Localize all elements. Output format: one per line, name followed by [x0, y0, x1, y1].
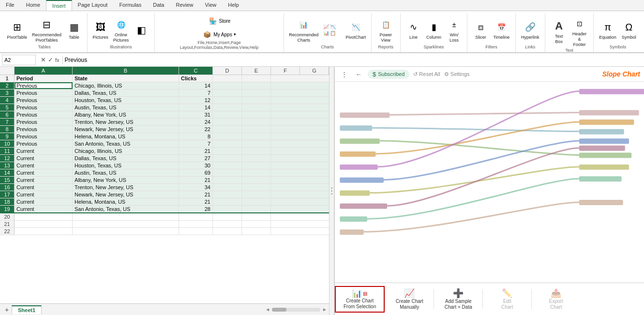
cell-2e[interactable]: [242, 82, 271, 89]
header-footer-button[interactable]: ⊡ Header& Footer: [569, 15, 589, 48]
scroll-right-arrow[interactable]: ►: [322, 307, 327, 312]
cell-21b[interactable]: [73, 221, 179, 227]
settings-button[interactable]: ⚙ Settings: [444, 71, 470, 77]
cell-11c[interactable]: 21: [179, 148, 213, 154]
cell-5a[interactable]: Previous: [15, 104, 73, 111]
cell-4e[interactable]: [242, 97, 271, 104]
cell-16c[interactable]: 34: [179, 184, 213, 191]
add-sample-chart-button[interactable]: ➕ Add SampleChart + Data: [434, 285, 482, 313]
pictures-button[interactable]: 🖼 Pictures: [90, 18, 110, 41]
cancel-formula-icon[interactable]: ✕: [41, 56, 46, 63]
tab-help[interactable]: Help: [222, 0, 245, 11]
cell-1c[interactable]: Clicks: [179, 75, 213, 82]
panel-menu-button[interactable]: ⋮: [339, 69, 349, 79]
cell-1b[interactable]: State: [73, 75, 179, 82]
col-header-d[interactable]: D: [213, 67, 242, 75]
cell-2d[interactable]: [213, 82, 242, 89]
cell-9a[interactable]: Previous: [15, 133, 73, 140]
cell-3a[interactable]: Previous: [15, 90, 73, 96]
cell-2c[interactable]: 14: [179, 82, 213, 89]
symbol-button[interactable]: Ω Symbol: [619, 18, 639, 41]
col-header-g[interactable]: G: [300, 67, 329, 75]
power-view-button[interactable]: 📋 PowerView: [376, 16, 395, 44]
cell-3e[interactable]: [242, 90, 271, 96]
col-header-c[interactable]: C: [179, 67, 213, 75]
cell-18b[interactable]: Helena, Montana, US: [73, 198, 179, 205]
cell-20a[interactable]: [15, 213, 73, 220]
cell-4b[interactable]: Houston, Texas, US: [73, 97, 179, 104]
cell-7b[interactable]: Trenton, New Jersey, US: [73, 119, 179, 125]
recommended-charts-button[interactable]: 📊 RecommendedCharts: [287, 16, 320, 44]
cell-13d[interactable]: [213, 162, 242, 169]
cell-21e[interactable]: [242, 221, 271, 227]
panel-back-button[interactable]: ←: [353, 69, 364, 79]
cell-7d[interactable]: [213, 119, 242, 125]
cell-12e[interactable]: [242, 155, 271, 162]
cell-14a[interactable]: Current: [15, 169, 73, 176]
cell-18e[interactable]: [242, 198, 271, 205]
cell-22e[interactable]: [242, 228, 271, 235]
slicer-button[interactable]: ⧈ Slicer: [471, 18, 491, 41]
cell-14e[interactable]: [242, 169, 271, 176]
cell-20d[interactable]: [213, 213, 242, 220]
cell-5c[interactable]: 14: [179, 104, 213, 111]
cell-19b[interactable]: San Antonio, Texas, US: [73, 206, 179, 212]
store-button[interactable]: 🏪 Store: [206, 15, 233, 27]
cell-16b[interactable]: Trenton, New Jersey, US: [73, 184, 179, 191]
cell-7c[interactable]: 24: [179, 119, 213, 125]
create-chart-from-selection-button[interactable]: 📊 ▤ Create ChartFrom Selection: [335, 286, 385, 313]
cell-12c[interactable]: 27: [179, 155, 213, 162]
cell-14c[interactable]: 69: [179, 169, 213, 176]
cell-17e[interactable]: [242, 191, 271, 198]
pivot-chart-button[interactable]: 📉 PivotChart: [344, 18, 368, 41]
tab-file[interactable]: File: [0, 0, 20, 11]
tab-review[interactable]: Review: [170, 0, 199, 11]
cell-15d[interactable]: [213, 177, 242, 183]
cell-6d[interactable]: [213, 111, 242, 118]
edit-chart-button[interactable]: ✏️ EditChart: [483, 285, 531, 313]
tab-formulas[interactable]: Formulas: [113, 0, 147, 11]
tab-page-layout[interactable]: Page Layout: [72, 0, 114, 11]
cell-17b[interactable]: Newark, New Jersey, US: [73, 191, 179, 198]
cell-22c[interactable]: [179, 228, 213, 235]
cell-6e[interactable]: [242, 111, 271, 118]
cell-19e[interactable]: [242, 206, 271, 212]
cell-20c[interactable]: [179, 213, 213, 220]
export-chart-button[interactable]: 📤 ExportChart: [532, 285, 580, 313]
cell-17d[interactable]: [213, 191, 242, 198]
online-pictures-button[interactable]: 🌐 OnlinePictures: [111, 16, 131, 44]
cell-10e[interactable]: [242, 140, 271, 147]
insert-function-icon[interactable]: fx: [55, 57, 60, 63]
col-header-a[interactable]: A: [15, 67, 73, 75]
cell-10a[interactable]: Previous: [15, 140, 73, 147]
panel-resize-handle[interactable]: [329, 67, 334, 315]
create-chart-manually-button[interactable]: 📈 Create ChartManually: [385, 285, 434, 313]
cell-22d[interactable]: [213, 228, 242, 235]
formula-input[interactable]: [63, 57, 644, 63]
cell-1a[interactable]: Period: [15, 75, 73, 82]
equation-button[interactable]: π Equation: [597, 18, 618, 41]
cell-12d[interactable]: [213, 155, 242, 162]
cell-6b[interactable]: Albany, New York, US: [73, 111, 179, 118]
cell-11b[interactable]: Chicago, Illinois, US: [73, 148, 179, 154]
recommended-pivot-button[interactable]: ⊟ RecommendedPivotTables: [30, 16, 63, 44]
cell-20e[interactable]: [242, 213, 271, 220]
cell-21d[interactable]: [213, 221, 242, 227]
cell-22b[interactable]: [73, 228, 179, 235]
cell-8a[interactable]: Previous: [15, 126, 73, 133]
cell-9e[interactable]: [242, 133, 271, 140]
charts-group-button[interactable]: 📈 📉 📊 📋: [321, 23, 343, 37]
cell-5d[interactable]: [213, 104, 242, 111]
cell-17a[interactable]: Current: [15, 191, 73, 198]
cell-12b[interactable]: Dallas, Texas, US: [73, 155, 179, 162]
cell-11d[interactable]: [213, 148, 242, 154]
my-apps-button[interactable]: 📦 My Apps ▾: [200, 29, 238, 40]
cell-16d[interactable]: [213, 184, 242, 191]
cell-21c[interactable]: [179, 221, 213, 227]
cell-13b[interactable]: Houston, Texas, US: [73, 162, 179, 169]
cell-13e[interactable]: [242, 162, 271, 169]
horizontal-scrollbar-track[interactable]: [272, 308, 320, 312]
cell-15b[interactable]: Albany, New York, US: [73, 177, 179, 183]
cell-11e[interactable]: [242, 148, 271, 154]
column-sparkline-button[interactable]: ▮ Column: [424, 18, 444, 41]
